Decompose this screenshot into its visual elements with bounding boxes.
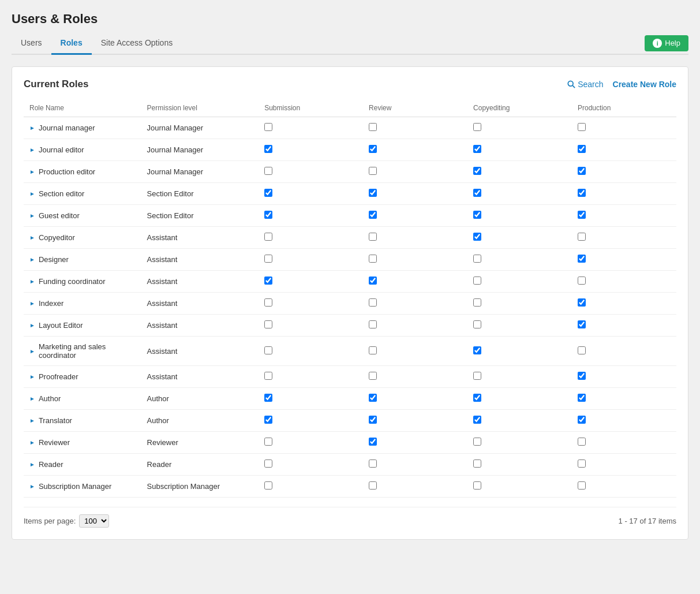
submission-checkbox[interactable] (264, 320, 272, 328)
copyediting-checkbox[interactable] (473, 233, 481, 241)
tab-roles[interactable]: Roles (51, 32, 92, 55)
production-checkbox[interactable] (578, 438, 586, 446)
production-checkbox[interactable] (578, 372, 586, 380)
permission-cell: Assistant (141, 227, 259, 249)
review-checkbox[interactable] (369, 481, 377, 490)
row-expand-icon[interactable]: ► (29, 322, 35, 328)
copyediting-checkbox[interactable] (473, 372, 481, 380)
submission-checkbox[interactable] (264, 438, 272, 446)
production-checkbox[interactable] (578, 416, 586, 424)
production-checkbox[interactable] (578, 167, 586, 175)
production-checkbox[interactable] (578, 123, 586, 131)
review-checkbox[interactable] (369, 145, 377, 153)
row-expand-icon[interactable]: ► (29, 256, 35, 263)
production-checkbox[interactable] (578, 346, 586, 354)
copyediting-checkbox[interactable] (473, 167, 481, 175)
table-row: ►ReaderReader (24, 454, 676, 476)
review-checkbox[interactable] (369, 372, 377, 380)
create-new-role-button[interactable]: Create New Role (613, 80, 676, 89)
row-expand-icon[interactable]: ► (29, 125, 35, 131)
copyediting-checkbox[interactable] (473, 394, 481, 402)
review-checkbox[interactable] (369, 277, 377, 285)
copyediting-checkbox[interactable] (473, 481, 481, 490)
review-checkbox[interactable] (369, 416, 377, 424)
review-checkbox[interactable] (369, 438, 377, 446)
copyediting-checkbox[interactable] (473, 145, 481, 153)
copyediting-checkbox[interactable] (473, 298, 481, 307)
submission-checkbox[interactable] (264, 189, 272, 197)
submission-checkbox[interactable] (264, 459, 272, 468)
submission-checkbox[interactable] (264, 346, 272, 354)
production-checkbox[interactable] (578, 481, 586, 490)
review-checkbox-cell (363, 271, 467, 293)
copyediting-checkbox[interactable] (473, 416, 481, 424)
review-checkbox[interactable] (369, 394, 377, 402)
review-checkbox[interactable] (369, 189, 377, 197)
row-expand-icon[interactable]: ► (29, 190, 35, 197)
review-checkbox[interactable] (369, 320, 377, 328)
submission-checkbox[interactable] (264, 123, 272, 131)
review-checkbox[interactable] (369, 233, 377, 241)
row-expand-icon[interactable]: ► (29, 395, 35, 402)
row-expand-icon[interactable]: ► (29, 461, 35, 468)
copyediting-checkbox[interactable] (473, 459, 481, 468)
submission-checkbox[interactable] (264, 416, 272, 424)
production-checkbox[interactable] (578, 255, 586, 263)
submission-checkbox[interactable] (264, 233, 272, 241)
table-row: ►AuthorAuthor (24, 388, 676, 410)
review-checkbox[interactable] (369, 298, 377, 307)
production-checkbox-cell (572, 388, 676, 410)
row-expand-icon[interactable]: ► (29, 212, 35, 219)
copyediting-checkbox[interactable] (473, 277, 481, 285)
review-checkbox[interactable] (369, 255, 377, 263)
production-checkbox[interactable] (578, 298, 586, 307)
submission-checkbox[interactable] (264, 298, 272, 307)
production-checkbox[interactable] (578, 145, 586, 153)
copyediting-checkbox[interactable] (473, 123, 481, 131)
production-checkbox[interactable] (578, 459, 586, 468)
production-checkbox[interactable] (578, 233, 586, 241)
tab-users[interactable]: Users (12, 32, 51, 55)
production-checkbox[interactable] (578, 277, 586, 285)
items-per-page-select[interactable]: 25 50 100 (79, 514, 109, 528)
submission-checkbox[interactable] (264, 372, 272, 380)
copyediting-checkbox[interactable] (473, 211, 481, 219)
row-expand-icon[interactable]: ► (29, 417, 35, 424)
row-expand-icon[interactable]: ► (29, 278, 35, 285)
production-checkbox[interactable] (578, 320, 586, 328)
role-name-cell: ►Copyeditor (24, 227, 141, 249)
submission-checkbox[interactable] (264, 255, 272, 263)
production-checkbox[interactable] (578, 394, 586, 402)
row-expand-icon[interactable]: ► (29, 169, 35, 175)
production-checkbox[interactable] (578, 189, 586, 197)
submission-checkbox[interactable] (264, 145, 272, 153)
row-expand-icon[interactable]: ► (29, 147, 35, 153)
row-expand-icon[interactable]: ► (29, 234, 35, 241)
production-checkbox[interactable] (578, 211, 586, 219)
row-expand-icon[interactable]: ► (29, 483, 35, 490)
submission-checkbox[interactable] (264, 167, 272, 175)
submission-checkbox[interactable] (264, 277, 272, 285)
review-checkbox[interactable] (369, 459, 377, 468)
row-expand-icon[interactable]: ► (29, 373, 35, 380)
search-button[interactable]: Search (567, 80, 603, 89)
copyediting-checkbox[interactable] (473, 255, 481, 263)
row-expand-icon[interactable]: ► (29, 439, 35, 446)
copyediting-checkbox[interactable] (473, 438, 481, 446)
review-checkbox[interactable] (369, 167, 377, 175)
review-checkbox[interactable] (369, 346, 377, 354)
submission-checkbox-cell (259, 366, 363, 388)
review-checkbox[interactable] (369, 123, 377, 131)
row-expand-icon[interactable]: ► (29, 300, 35, 307)
row-expand-icon[interactable]: ► (29, 348, 35, 354)
submission-checkbox[interactable] (264, 211, 272, 219)
tab-site-access[interactable]: Site Access Options (92, 32, 182, 55)
review-checkbox[interactable] (369, 211, 377, 219)
copyediting-checkbox-cell (467, 476, 572, 498)
copyediting-checkbox[interactable] (473, 189, 481, 197)
help-button[interactable]: i Help (645, 35, 688, 51)
submission-checkbox[interactable] (264, 481, 272, 490)
copyediting-checkbox[interactable] (473, 346, 481, 354)
submission-checkbox[interactable] (264, 394, 272, 402)
copyediting-checkbox[interactable] (473, 320, 481, 328)
